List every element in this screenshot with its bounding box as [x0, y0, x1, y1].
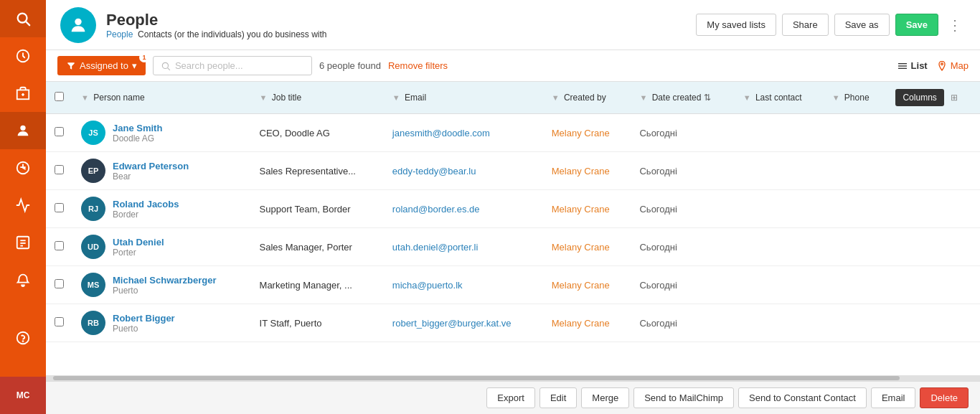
th-job-title[interactable]: ▼ Job title: [251, 82, 384, 114]
scrollbar-thumb[interactable]: [53, 376, 900, 380]
person-name-link[interactable]: Jane Smith: [113, 123, 162, 133]
sidebar: MC: [0, 0, 46, 414]
row-checkbox-1[interactable]: [55, 165, 64, 174]
created-by-value[interactable]: Melany Crane: [552, 242, 610, 253]
row-checkbox-0[interactable]: [55, 127, 64, 136]
sidebar-item-tasks[interactable]: [0, 224, 46, 261]
person-name-link[interactable]: Michael Schwarzberger: [113, 275, 217, 286]
list-view-label: List: [911, 60, 928, 71]
list-view-button[interactable]: List: [897, 60, 928, 72]
select-all-checkbox[interactable]: [55, 92, 64, 101]
phone-cell: [824, 228, 887, 266]
sidebar-item-deals[interactable]: [0, 149, 46, 187]
person-name-link[interactable]: Utah Deniel: [113, 237, 164, 248]
search-input[interactable]: [175, 60, 304, 71]
phone-cell: [824, 152, 887, 190]
merge-button[interactable]: Merge: [581, 387, 629, 408]
map-view-button[interactable]: Map: [936, 60, 969, 72]
created-by-value[interactable]: Melany Crane: [552, 280, 610, 291]
save-button[interactable]: Save: [895, 14, 938, 36]
row-checkbox-5[interactable]: [55, 317, 64, 326]
email-link[interactable]: micha@puerto.lk: [392, 280, 463, 291]
row-checkbox-cell[interactable]: [46, 228, 72, 266]
job-title-cell: Sales Representative...: [251, 152, 384, 190]
email-cell: micha@puerto.lk: [384, 266, 543, 304]
row-checkbox-cell[interactable]: [46, 304, 72, 342]
created-by-value[interactable]: Melany Crane: [552, 166, 610, 177]
email-link[interactable]: janesmith@doodle.com: [392, 128, 490, 138]
th-phone[interactable]: ▼ Phone: [824, 82, 887, 114]
columns-button[interactable]: Columns: [895, 89, 943, 106]
created-by-value[interactable]: Melany Crane: [552, 318, 610, 329]
th-email[interactable]: ▼ Email: [384, 82, 543, 114]
date-created-sort-icon[interactable]: ⇅: [704, 93, 711, 103]
email-link[interactable]: robert_bigger@burger.kat.ve: [392, 318, 512, 329]
send-mailchimp-button[interactable]: Send to MailChimp: [633, 387, 734, 408]
edit-button[interactable]: Edit: [540, 387, 577, 408]
horizontal-scrollbar[interactable]: [46, 375, 980, 381]
actions-cell: [887, 190, 980, 228]
th-person-name[interactable]: ▼ Person name: [72, 82, 251, 114]
sidebar-item-companies[interactable]: [0, 75, 46, 112]
filter-badge: 1: [139, 52, 149, 62]
email-link[interactable]: eddy-teddy@bear.lu: [392, 166, 476, 177]
th-last-contact[interactable]: ▼ Last contact: [735, 82, 824, 114]
sidebar-item-reports[interactable]: [0, 187, 46, 224]
email-link[interactable]: utah.deniel@porter.li: [392, 242, 478, 253]
job-title-filter-icon: ▼: [260, 93, 268, 102]
person-name-link[interactable]: Robert Bigger: [113, 313, 175, 324]
th-created-by[interactable]: ▼ Created by: [543, 82, 631, 114]
created-by-value[interactable]: Melany Crane: [552, 128, 610, 138]
phone-cell: [824, 190, 887, 228]
th-date-created[interactable]: ▼ Date created ⇅: [631, 82, 734, 114]
more-options-button[interactable]: ⋮: [944, 13, 966, 37]
last-contact-cell: [735, 266, 824, 304]
person-name-link[interactable]: Edward Peterson: [113, 161, 189, 171]
sidebar-item-search[interactable]: [0, 0, 46, 37]
breadcrumb-link[interactable]: People: [106, 29, 133, 39]
created-by-value[interactable]: Melany Crane: [552, 204, 610, 215]
sidebar-item-activity[interactable]: [0, 37, 46, 75]
row-checkbox-2[interactable]: [55, 203, 64, 212]
person-name-cell: RJ Roland Jacobs Border: [72, 190, 251, 228]
send-constant-contact-button[interactable]: Send to Constant Contact: [738, 387, 867, 408]
row-checkbox-cell[interactable]: [46, 190, 72, 228]
select-all-header[interactable]: [46, 82, 72, 114]
person-name-link[interactable]: Roland Jacobs: [113, 199, 179, 210]
sidebar-item-notifications[interactable]: [0, 261, 46, 298]
avatar: RJ: [81, 197, 105, 221]
people-table: ▼ Person name ▼ Job title ▼ Email ▼ Crea…: [46, 82, 980, 342]
sidebar-item-people[interactable]: [0, 112, 46, 149]
email-link[interactable]: roland@border.es.de: [392, 204, 480, 215]
remove-filters-link[interactable]: Remove filters: [388, 60, 448, 71]
avatar: JS: [81, 121, 105, 145]
row-checkbox-cell[interactable]: [46, 266, 72, 304]
page-header: People People Contacts (or the individua…: [46, 0, 980, 50]
assigned-to-filter[interactable]: Assigned to ▾ 1: [57, 56, 146, 75]
grid-icon[interactable]: ⊞: [951, 93, 958, 103]
delete-button[interactable]: Delete: [920, 387, 969, 408]
date-created-value: Сьогодні: [639, 318, 677, 329]
share-button[interactable]: Share: [782, 14, 829, 36]
view-toggle: List Map: [897, 60, 969, 72]
job-title-cell: IT Staff, Puerto: [251, 304, 384, 342]
table-body: JS Jane Smith Doodle AG CEO, Doodle AG j…: [46, 114, 980, 342]
date-created-cell: Сьогодні: [631, 114, 734, 152]
my-saved-lists-button[interactable]: My saved lists: [696, 14, 776, 36]
email-button[interactable]: Email: [871, 387, 916, 408]
job-title-cell: CEO, Doodle AG: [251, 114, 384, 152]
save-as-button[interactable]: Save as: [834, 14, 890, 36]
user-avatar[interactable]: MC: [0, 377, 46, 414]
th-columns[interactable]: Columns ⊞: [887, 82, 980, 114]
avatar: UD: [81, 235, 105, 259]
avatar: MS: [81, 273, 105, 297]
row-checkbox-cell[interactable]: [46, 114, 72, 152]
row-checkbox-cell[interactable]: [46, 152, 72, 190]
last-contact-cell: [735, 228, 824, 266]
row-checkbox-3[interactable]: [55, 241, 64, 250]
export-button[interactable]: Export: [486, 387, 535, 408]
created-by-cell: Melany Crane: [543, 228, 631, 266]
row-checkbox-4[interactable]: [55, 279, 64, 288]
sidebar-item-help[interactable]: [0, 319, 46, 357]
date-created-value: Сьогодні: [639, 280, 677, 291]
